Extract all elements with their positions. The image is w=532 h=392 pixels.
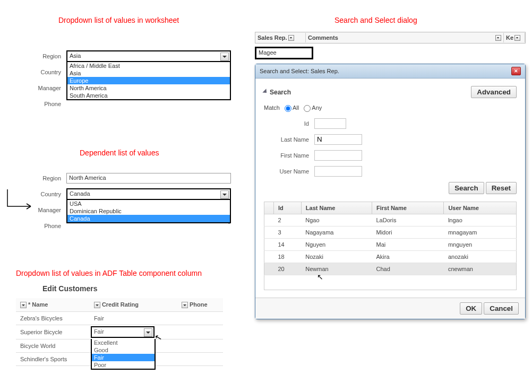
rating-dropdown[interactable]: Fair Excellent Good Fair Poor: [91, 326, 155, 338]
match-label: Match: [264, 104, 280, 111]
dropdown-option[interactable]: Poor: [92, 361, 155, 369]
firstname-input[interactable]: [314, 150, 362, 161]
th-lastname[interactable]: Last Name: [301, 202, 372, 214]
dropdown-option[interactable]: Good: [92, 346, 155, 354]
section3-title: Dropdown list of values in ADF Table com…: [16, 269, 202, 277]
dropdown-option[interactable]: Excellent: [92, 339, 155, 346]
edit-customers-title: Edit Customers: [42, 284, 223, 293]
id-label: Id: [264, 120, 314, 127]
dependency-arrow-icon: [5, 188, 36, 212]
ok-button[interactable]: OK: [460, 302, 482, 315]
advanced-button[interactable]: Advanced: [471, 86, 517, 98]
match-row: Match All Any: [264, 104, 517, 112]
dropdown-option[interactable]: Europe: [67, 77, 230, 84]
match-any-radio[interactable]: [304, 105, 311, 112]
phone-label: Phone: [32, 223, 66, 229]
username-input[interactable]: [314, 166, 362, 177]
th-id[interactable]: Id: [274, 202, 302, 214]
region-value: Asia: [70, 53, 81, 59]
cell-name: Superior Bicycle: [16, 325, 90, 339]
dropdown-option[interactable]: North America: [67, 84, 230, 92]
search-select-dialog: Search and Select: Sales Rep. ✕ Search A…: [255, 64, 526, 319]
dialog-title-text: Search and Select: Sales Rep.: [260, 68, 339, 74]
cancel-button[interactable]: Cancel: [484, 302, 519, 315]
dropdown-toggle-icon[interactable]: [144, 328, 152, 337]
id-input[interactable]: [314, 118, 346, 129]
search-button[interactable]: Search: [449, 182, 484, 194]
cell-name: Bicycle World: [16, 339, 90, 353]
dropdown-toggle-icon[interactable]: [220, 190, 229, 199]
region-dropdown[interactable]: Asia: [66, 50, 231, 62]
col-comments[interactable]: Comments: [306, 33, 504, 42]
salesrep-input[interactable]: Magee: [255, 47, 313, 59]
section2-title: Dependent list of values: [80, 149, 159, 157]
match-all-radio[interactable]: [285, 105, 291, 112]
search-heading: Search: [270, 89, 291, 96]
section1-title: Dropdown list of values in worksheet: [58, 16, 179, 24]
country-dropdown[interactable]: Canada: [66, 188, 231, 200]
manager-label: Manager: [32, 207, 66, 213]
country-label: Country: [32, 69, 66, 75]
disclosure-icon[interactable]: [262, 89, 268, 94]
section-dropdown-worksheet: Region Asia Africa / Middle East Asia Eu…: [32, 50, 244, 114]
cell-name: Zebra's Bicycles: [16, 312, 90, 325]
rating-dropdown-list[interactable]: Excellent Good Fair Poor: [91, 339, 156, 370]
section-dependent-lov: Region North America Country Canada USA …: [32, 172, 244, 236]
manager-label: Manager: [32, 85, 66, 91]
region-dropdown-list[interactable]: Africa / Middle East Asia Europe North A…: [66, 62, 231, 100]
reset-button[interactable]: Reset: [486, 182, 517, 194]
match-any-label: Any: [312, 104, 322, 111]
dropdown-option[interactable]: South America: [67, 92, 230, 99]
column-menu-icon[interactable]: [288, 35, 294, 41]
column-menu-icon[interactable]: [514, 35, 520, 41]
region-field[interactable]: North America: [66, 173, 231, 184]
dropdown-option[interactable]: Fair: [92, 354, 155, 361]
country-value: Canada: [70, 190, 90, 197]
rating-value: Fair: [94, 328, 104, 335]
region-label: Region: [32, 175, 66, 181]
section-table-dropdown: Edit Customers * Name Credit Rating Phon…: [16, 281, 223, 366]
section4-title: Search and Select dialog: [334, 16, 417, 24]
col-salesrep[interactable]: Sales Rep.: [255, 33, 306, 42]
results-row[interactable]: 18NozakiAkiraanozaki: [264, 250, 517, 263]
table-row[interactable]: Zebra's Bicycles Fair: [16, 312, 223, 325]
firstname-label: First Name: [264, 152, 314, 159]
cell-rating: Fair: [90, 312, 177, 325]
cursor-icon: ↖: [317, 273, 323, 281]
results-row[interactable]: 2NgaoLaDorislngao: [264, 214, 517, 226]
region-label: Region: [32, 53, 66, 59]
col-rating[interactable]: Credit Rating: [90, 298, 177, 312]
column-menu-icon[interactable]: [495, 35, 501, 41]
dropdown-option[interactable]: Africa / Middle East: [67, 62, 230, 69]
column-menu-icon[interactable]: [182, 302, 188, 308]
close-icon[interactable]: ✕: [511, 67, 521, 75]
th-firstname[interactable]: First Name: [372, 202, 443, 214]
th-username[interactable]: User Name: [444, 202, 517, 214]
match-all-label: All: [293, 104, 299, 111]
results-row[interactable]: 3NagayamaMidorimnagayam: [264, 226, 517, 238]
results-table: Id Last Name First Name User Name 2NgaoL…: [264, 202, 517, 290]
dropdown-option[interactable]: Canada: [67, 215, 230, 222]
dropdown-option[interactable]: Dominican Republic: [67, 207, 230, 215]
table-row[interactable]: Superior Bicycle Fair Excellent Good Fai…: [16, 325, 223, 339]
customers-table: * Name Credit Rating Phone Zebra's Bicyc…: [16, 298, 223, 366]
country-label: Country: [32, 191, 66, 197]
country-dropdown-list[interactable]: USA Dominican Republic Canada: [66, 200, 231, 223]
results-row[interactable]: 20Newman↖Chadcnewman: [264, 263, 517, 275]
col-phone[interactable]: Phone: [177, 298, 223, 312]
column-menu-icon[interactable]: [20, 302, 27, 308]
dropdown-option[interactable]: Asia: [67, 69, 230, 77]
dropdown-toggle-icon[interactable]: [220, 53, 229, 61]
col-name[interactable]: * Name: [16, 298, 90, 312]
dialog-footer: OK Cancel: [255, 298, 525, 319]
col-ke[interactable]: Ke: [504, 33, 525, 42]
phone-label: Phone: [32, 101, 66, 107]
column-menu-icon[interactable]: [94, 302, 100, 308]
lastname-label: Last Name: [264, 136, 314, 143]
results-row[interactable]: 14NguyenMaimnguyen: [264, 238, 517, 250]
dropdown-option[interactable]: USA: [67, 200, 230, 207]
search-select-panel: Sales Rep. Comments Ke Magee Search and …: [255, 32, 526, 319]
worksheet-column-headers: Sales Rep. Comments Ke: [255, 32, 526, 43]
lastname-input[interactable]: [314, 134, 362, 145]
dialog-titlebar[interactable]: Search and Select: Sales Rep. ✕: [255, 64, 525, 79]
